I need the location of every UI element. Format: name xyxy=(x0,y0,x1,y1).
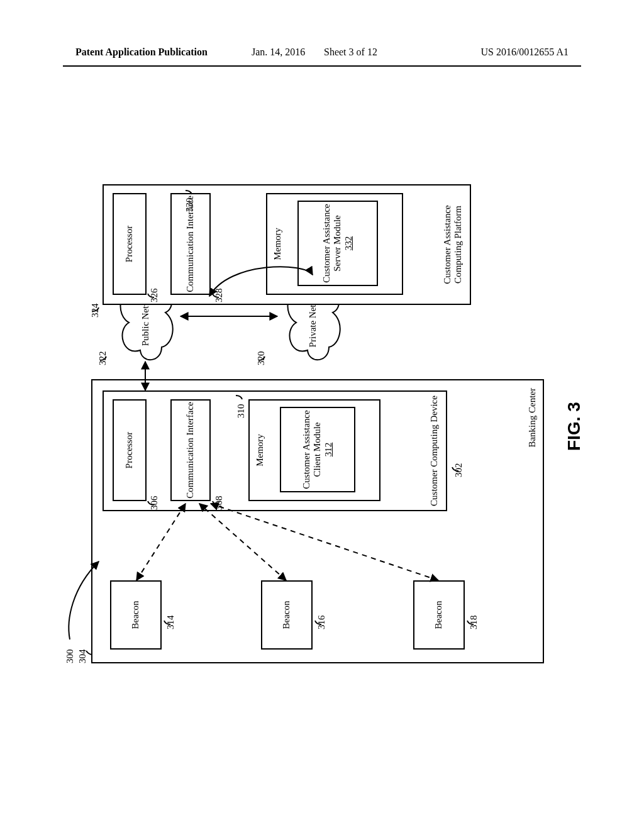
customer-device-label: Customer Computing Device xyxy=(429,392,440,510)
customer-processor-label: Processor xyxy=(124,432,135,468)
beacon-318: Beacon xyxy=(413,580,465,650)
ref-316: 316 xyxy=(316,616,327,630)
customer-comm-interface: Communication Interface xyxy=(170,399,211,501)
banking-center-label: Banking Center xyxy=(527,388,538,448)
ref-330: 330 xyxy=(184,198,195,213)
header-sheet: Sheet 3 of 12 xyxy=(324,47,377,58)
ref-300: 300 xyxy=(65,650,75,664)
beacon-318-label: Beacon xyxy=(433,601,444,629)
platform-processor: Processor xyxy=(113,193,147,295)
customer-device-box: Processor Communication Interface Memory… xyxy=(103,390,447,511)
header-date: Jan. 14, 2016 xyxy=(252,47,305,58)
ref-328: 328 xyxy=(214,289,225,303)
figure-3: 300 Banking Center 304 Beacon 314 Beacon… xyxy=(28,179,613,670)
ref-318: 318 xyxy=(469,616,479,630)
platform-processor-label: Processor xyxy=(124,226,135,262)
beacon-316-label: Beacon xyxy=(281,601,292,629)
ref-304: 304 xyxy=(77,650,88,664)
ref-308: 308 xyxy=(214,496,225,511)
ref-314: 314 xyxy=(165,616,176,630)
platform-box: Processor Communication Interface Memory… xyxy=(103,184,471,305)
ref-320: 320 xyxy=(256,351,267,366)
ref-306: 306 xyxy=(149,496,160,511)
figure-caption: FIG. 3 xyxy=(564,402,584,451)
header-left: Patent Application Publication xyxy=(75,47,208,58)
ref-310: 310 xyxy=(236,404,247,419)
platform-memory-module: Customer Assistance Server Module 332 xyxy=(297,201,378,286)
customer-module-label: Customer Assistance Client Module 312 xyxy=(301,409,334,490)
beacon-314-label: Beacon xyxy=(130,601,141,629)
ref-324: 324 xyxy=(90,304,101,318)
beacon-314: Beacon xyxy=(110,580,162,650)
platform-memory-label: Memory xyxy=(272,194,283,294)
page: Patent Application Publication Jan. 14, … xyxy=(57,38,587,792)
customer-memory: Memory Customer Assistance Client Module… xyxy=(248,399,380,501)
platform-memory: Memory Customer Assistance Server Module… xyxy=(266,193,403,295)
ref-326: 326 xyxy=(149,289,160,303)
customer-memory-label: Memory xyxy=(255,401,265,500)
customer-comm-label: Communication Interface xyxy=(185,402,196,499)
customer-memory-module: Customer Assistance Client Module 312 xyxy=(280,407,355,492)
platform-module-label: Customer Assistance Server Module 332 xyxy=(321,203,354,284)
header-rule xyxy=(63,65,581,67)
beacon-316: Beacon xyxy=(261,580,313,650)
header-pubno: US 2016/0012655 A1 xyxy=(480,47,569,58)
page-header: Patent Application Publication Jan. 14, … xyxy=(69,47,575,65)
customer-processor: Processor xyxy=(113,399,147,501)
platform-label: Customer Assistance Computing Platform xyxy=(442,185,464,304)
ref-302: 302 xyxy=(453,463,464,478)
ref-322: 322 xyxy=(97,351,108,366)
